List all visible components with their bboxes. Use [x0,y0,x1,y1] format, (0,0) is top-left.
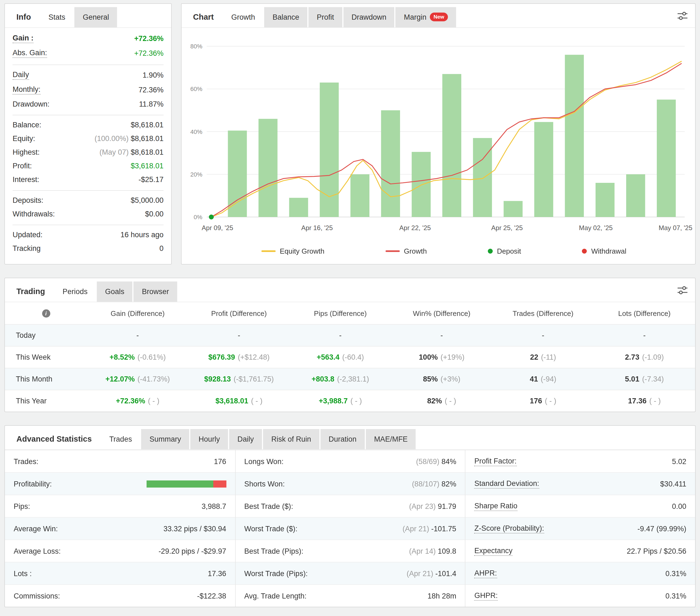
stat-value-text: 0.00 [672,502,686,510]
info-tab-info[interactable]: Info [8,7,39,27]
stat-pips: Pips:3,988.7 [5,495,235,517]
stat-value: (Apr 23) 91.79 [409,502,457,510]
trading-tab-browser[interactable]: Browser [134,282,177,302]
period-diff: ( - ) [545,397,556,405]
stat-label: Deposits: [13,196,43,204]
period-cell: 22(-11) [492,346,594,368]
x-tick-label: May 02, '25 [579,224,612,231]
info-tab-stats[interactable]: Stats [40,7,74,27]
legend-growth[interactable]: Growth [385,247,427,255]
period-diff: (+$12.48) [238,353,270,361]
period-diff: ( - ) [148,397,159,405]
legend-withdrawal[interactable]: Withdrawal [582,247,626,255]
trading-tab-trading[interactable]: Trading [8,282,53,302]
stat-label: Monthly: [13,85,40,94]
period-value: +8.52% [109,353,135,361]
x-tick-label: Apr 22, '25 [399,224,431,231]
period-cell: - [593,324,695,346]
stat-value-text: +72.36% [134,49,163,57]
chart-tab-drawdown[interactable]: Drawdown [343,7,395,27]
trading-tab-label: Periods [63,287,88,295]
info-tab-label: Stats [48,13,65,21]
advanced-tab-hourly[interactable]: Hourly [190,429,228,449]
stat-row-updated: Updated:16 hours ago [13,224,163,242]
stat-label: Z-Score (Probability): [474,524,544,533]
advanced-stats-panel: Advanced StatisticsTradesSummaryHourlyDa… [4,425,696,607]
advanced-tab-label: Summary [150,435,181,443]
growth-bar[interactable] [259,119,277,217]
stat-value-text: 0 [159,244,163,253]
period-diff: (-60.4) [342,353,364,361]
growth-bar[interactable] [442,74,461,217]
periods-panel: TradingPeriodsGoalsBrowser iGain (Differ… [4,278,696,412]
period-cell: +563.4(-60.4) [290,346,391,368]
stat-best-trade-pips: Best Trade (Pips):(Apr 14) 109.8 [235,539,465,562]
advanced-tab-daily[interactable]: Daily [229,429,262,449]
advanced-tab-risk-of-ruin[interactable]: Risk of Ruin [263,429,320,449]
column-header-lots-difference: Lots (Difference) [593,302,695,324]
trading-tab-goals[interactable]: Goals [97,282,133,302]
stat-ghpr: GHPR:0.31% [466,584,695,607]
growth-bar[interactable] [473,138,492,217]
stat-value: 33.32 pips / $30.94 [163,524,226,532]
stat-value-text: -101.75 [431,524,457,532]
chart-tab-profit[interactable]: Profit [309,7,342,27]
stat-value: 17.36 [208,569,226,577]
trading-tab-periods[interactable]: Periods [54,282,96,302]
growth-bar[interactable] [412,152,431,217]
growth-bar[interactable] [626,174,645,217]
stat-value: 3,988.7 [201,502,226,510]
advanced-tab-advanced-statistics[interactable]: Advanced Statistics [8,429,100,449]
chart-tab-balance[interactable]: Balance [264,7,308,27]
period-value: +563.4 [317,353,339,361]
chart-settings-icon[interactable] [676,4,695,24]
stat-value: +72.36% [134,35,163,43]
period-label: This Week [5,346,87,368]
period-cell: $676.39(+$12.48) [188,346,290,368]
period-value: - [238,331,240,339]
period-value: - [136,331,139,339]
chart-tab-chart[interactable]: Chart [185,7,222,27]
column-header-profit-difference: Profit (Difference) [188,302,290,324]
stat-value-text: 17.36 [208,569,226,577]
advanced-tab-label: Advanced Statistics [16,435,92,443]
periods-settings-icon[interactable] [676,278,695,298]
growth-bar[interactable] [381,111,400,217]
period-diff: (+19%) [440,353,465,361]
chart-legend: Equity GrowthGrowthDepositWithdrawal [182,242,695,264]
advanced-tab-duration[interactable]: Duration [321,429,365,449]
growth-bar[interactable] [289,198,308,217]
stat-label: Lots : [14,569,32,577]
trading-tab-label: Goals [105,287,124,295]
stat-value: (88/107) 82% [412,480,457,488]
advanced-tab-trades[interactable]: Trades [101,429,140,449]
advanced-tabbar: Advanced StatisticsTradesSummaryHourlyDa… [5,426,695,450]
period-diff: (-41.73%) [138,375,170,383]
new-badge: New [430,13,448,21]
stat-value-text: $30.411 [660,480,686,488]
growth-bar[interactable] [657,100,676,217]
growth-bar[interactable] [351,174,370,217]
stat-value: (Apr 14) 109.8 [409,547,457,555]
period-diff: ( - ) [251,397,262,405]
advanced-tab-summary[interactable]: Summary [141,429,189,449]
growth-bar[interactable] [596,183,614,217]
stat-longs-won: Longs Won:(58/69) 84% [235,450,465,472]
growth-bar[interactable] [565,55,584,217]
chart-tab-growth[interactable]: Growth [223,7,263,27]
info-tab-general[interactable]: General [75,7,117,27]
chart-tab-label: Growth [231,13,255,21]
period-value: 85% [423,375,438,383]
advanced-tab-mae-mfe[interactable]: MAE/MFE [366,429,416,449]
trading-tab-label: Trading [16,287,45,296]
period-cell: - [188,324,290,346]
legend-deposit[interactable]: Deposit [488,247,521,255]
info-icon[interactable]: i [42,309,50,318]
chart-tab-margin[interactable]: MarginNew [396,7,457,27]
stat-value-context: (May 07) [100,148,131,156]
growth-bar[interactable] [534,122,553,217]
deposit-marker[interactable] [209,215,214,219]
stat-commissions: Commissions:-$122.38 [5,584,235,607]
legend-equity-growth[interactable]: Equity Growth [261,247,324,255]
growth-bar[interactable] [504,201,523,217]
